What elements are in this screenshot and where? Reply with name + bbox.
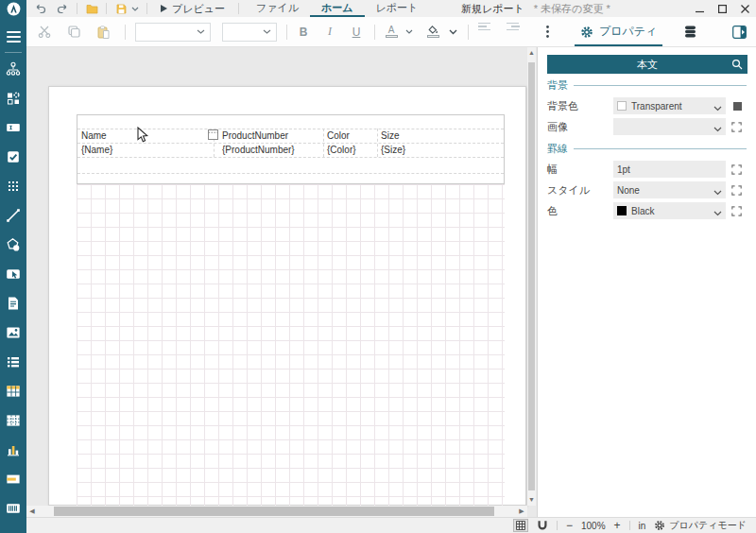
table-data-cell[interactable]: {Name}	[81, 145, 112, 155]
search-icon[interactable]	[731, 59, 743, 72]
expand-editor-button[interactable]	[731, 122, 742, 132]
align-left-button[interactable]	[478, 21, 495, 43]
table-data-cell[interactable]: {ProductNumber}	[222, 145, 295, 155]
cut-button[interactable]	[36, 21, 53, 43]
background-image-dropdown[interactable]	[613, 118, 726, 135]
save-options-chevron-icon[interactable]	[129, 0, 141, 17]
toolbox-layout-icon[interactable]	[6, 91, 21, 106]
border-width-input[interactable]: 1pt	[613, 161, 726, 178]
table-data-cell[interactable]: {Color}	[327, 145, 356, 155]
underline-button[interactable]: U	[348, 21, 365, 43]
toolbox-richtext-icon[interactable]	[6, 296, 21, 311]
design-grid[interactable]	[77, 184, 505, 507]
toggle-grid-button[interactable]	[513, 519, 528, 532]
minimize-button[interactable]	[688, 0, 711, 17]
toolbox-sparkline-icon[interactable]	[6, 472, 21, 487]
menu-hamburger-button[interactable]	[7, 28, 21, 45]
menu-tab-file[interactable]: ファイル	[245, 1, 310, 17]
font-family-select[interactable]	[135, 23, 211, 42]
report-page[interactable]: Name ProductNumber Color Size {Name} {Pr…	[48, 86, 526, 506]
undo-button[interactable]	[32, 0, 49, 17]
toolbox-matrix-icon[interactable]	[6, 413, 21, 428]
property-value: Transparent	[631, 101, 682, 112]
paste-button[interactable]	[94, 21, 112, 43]
toolbox-barcode-icon[interactable]	[6, 501, 21, 516]
tab-data[interactable]	[681, 21, 698, 43]
maximize-button[interactable]	[711, 0, 733, 17]
open-file-icon[interactable]	[83, 0, 100, 17]
scroll-up-arrow-icon[interactable]: ▲	[527, 47, 536, 59]
font-color-chevron-icon[interactable]	[404, 21, 415, 43]
table-header-cell[interactable]: Size	[381, 130, 399, 141]
status-bar: − 100% + in プロパティモード	[26, 517, 756, 533]
expand-editor-button[interactable]	[731, 164, 742, 175]
design-canvas[interactable]: Name ProductNumber Color Size {Name} {Pr…	[26, 47, 537, 517]
vertical-scrollbar[interactable]: ▲ ▼	[527, 47, 536, 506]
background-color-dropdown[interactable]: Transparent	[613, 97, 726, 114]
font-color-bar	[386, 35, 398, 38]
report-table[interactable]: Name ProductNumber Color Size {Name} {Pr…	[77, 114, 505, 184]
section-background-label: 背景	[547, 78, 568, 93]
fill-color-bar	[427, 35, 439, 38]
snap-to-grid-button[interactable]	[537, 520, 548, 531]
document-title: 新規レポート	[461, 2, 524, 16]
toolbox-line-icon[interactable]	[6, 208, 21, 223]
tab-properties[interactable]: プロパティ	[571, 17, 666, 46]
scroll-down-arrow-icon[interactable]: ▼	[527, 494, 536, 506]
toolbox-tablix-icon[interactable]	[6, 179, 21, 194]
menu-tab-report[interactable]: レポート	[365, 1, 430, 17]
unit-selector[interactable]: in	[639, 521, 646, 531]
mouse-cursor-icon	[137, 127, 149, 147]
toolbox-chart-icon[interactable]	[6, 442, 21, 457]
table-header-cell[interactable]: Color	[327, 130, 350, 141]
redo-button[interactable]	[54, 0, 71, 17]
toolbox-image-icon[interactable]	[6, 325, 21, 340]
selected-element-dropdown[interactable]: 本文	[547, 55, 747, 74]
toolbox	[6, 61, 21, 516]
preview-button[interactable]: プレビュー	[153, 2, 232, 16]
horizontal-scrollbar[interactable]: ◀ ▶	[26, 506, 527, 517]
report-designer-window: プレビュー ファイル ホーム レポート 新規レポート * 未保存の変更 *	[0, 0, 756, 533]
scroll-left-arrow-icon[interactable]: ◀	[26, 506, 38, 517]
font-size-select[interactable]	[222, 23, 277, 42]
divider	[374, 25, 375, 40]
preview-label: プレビュー	[172, 2, 225, 16]
expand-editor-button[interactable]	[731, 206, 742, 216]
more-options-button[interactable]	[539, 21, 556, 43]
toolbox-list-icon[interactable]	[6, 354, 21, 370]
border-style-dropdown[interactable]: None	[613, 181, 726, 198]
align-center-button[interactable]	[507, 21, 524, 43]
table-select-handle-icon[interactable]	[208, 129, 218, 142]
table-data-cell[interactable]: {Size}	[381, 145, 405, 155]
zoom-in-button[interactable]: +	[614, 519, 621, 532]
italic-button[interactable]: I	[321, 21, 338, 43]
fill-color-chevron-icon[interactable]	[447, 21, 458, 43]
save-button[interactable]	[112, 0, 129, 17]
menu-tab-home[interactable]: ホーム	[310, 1, 365, 17]
horizontal-scroll-thumb[interactable]	[54, 507, 494, 516]
fill-mode-button[interactable]	[733, 102, 742, 111]
collapse-panel-button[interactable]	[732, 26, 747, 39]
scroll-right-arrow-icon[interactable]: ▶	[516, 506, 527, 517]
toolbox-select-icon[interactable]	[6, 266, 21, 282]
bold-button[interactable]: B	[295, 21, 312, 43]
toolbox-hierarchy-icon[interactable]	[6, 61, 21, 77]
color-swatch	[617, 101, 627, 111]
toolbox-table-icon[interactable]	[6, 384, 21, 399]
vertical-scroll-thumb[interactable]	[528, 62, 535, 490]
table-header-cell[interactable]: ProductNumber	[222, 130, 288, 141]
zoom-out-button[interactable]: −	[566, 519, 573, 532]
border-color-dropdown[interactable]: Black	[613, 202, 726, 219]
toolbox-textbox-icon[interactable]	[6, 120, 21, 135]
toolbox-shape-icon[interactable]	[6, 237, 21, 252]
copy-button[interactable]	[65, 21, 82, 43]
property-mode-button[interactable]: プロパティモード	[654, 519, 747, 532]
toolbox-checkbox-icon[interactable]	[6, 149, 21, 164]
bold-label: B	[300, 26, 308, 39]
section-background: 背景	[547, 78, 747, 93]
expand-editor-button[interactable]	[731, 185, 742, 196]
table-header-cell[interactable]: Name	[81, 130, 107, 141]
close-button[interactable]	[733, 0, 756, 17]
fill-color-button[interactable]	[424, 21, 441, 43]
font-color-button[interactable]: A	[383, 21, 400, 43]
